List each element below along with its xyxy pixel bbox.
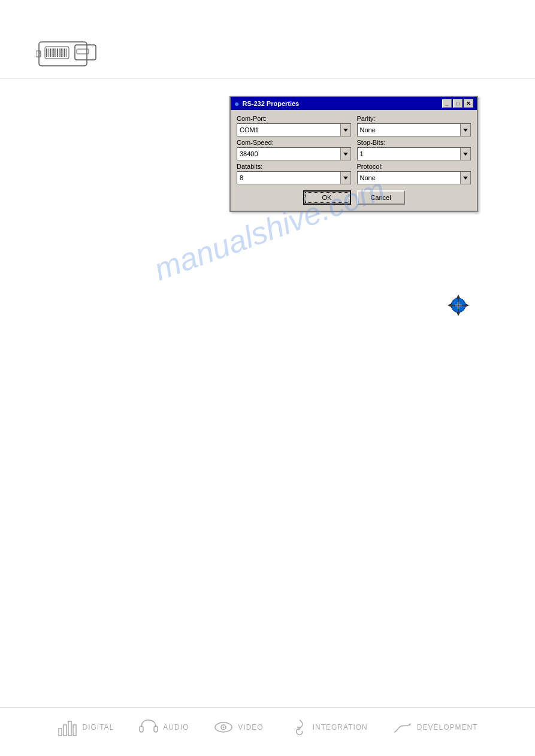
svg-rect-31 <box>68 721 71 736</box>
footer-item-integration: Integration <box>288 716 368 738</box>
svg-marker-23 <box>457 294 460 298</box>
audio-icon <box>138 716 159 738</box>
protocol-dropdown-btn[interactable] <box>460 172 470 184</box>
nav-icon-svg <box>446 293 470 317</box>
parity-value: None <box>358 126 461 133</box>
com-speed-value: 38400 <box>237 150 340 157</box>
dialog-body: Com-Port: COM1 Parity: None <box>231 110 477 211</box>
header-logo-area <box>36 36 114 72</box>
close-button[interactable]: ✕ <box>464 99 473 108</box>
dialog-title: ● RS-232 Properties <box>234 99 299 108</box>
com-port-arrow-icon <box>343 129 348 132</box>
form-row-3: Databits: 8 Protocol: None <box>237 163 471 184</box>
com-port-col: Com-Port: COM1 <box>237 115 351 136</box>
com-speed-arrow-icon <box>343 153 348 156</box>
svg-marker-26 <box>466 303 469 307</box>
databits-select[interactable]: 8 <box>237 171 351 184</box>
svg-marker-24 <box>457 312 460 316</box>
ok-button[interactable]: OK <box>303 190 351 205</box>
protocol-select[interactable]: None <box>357 171 471 184</box>
dialog-title-bullet: ● <box>234 99 239 108</box>
stop-bits-label: Stop-Bits: <box>357 139 471 146</box>
com-speed-dropdown-btn[interactable] <box>340 148 350 160</box>
databits-dropdown-btn[interactable] <box>340 172 350 184</box>
svg-rect-14 <box>75 45 96 60</box>
footer-label-audio: Audio <box>163 723 189 731</box>
rs232-dialog: ● RS-232 Properties _ □ ✕ Com-Port: COM1 <box>229 96 478 212</box>
development-icon <box>392 716 413 738</box>
svg-marker-25 <box>448 303 451 307</box>
maximize-button[interactable]: □ <box>453 99 463 108</box>
svg-point-37 <box>223 727 225 728</box>
header-logo <box>36 36 114 72</box>
form-row-1: Com-Port: COM1 Parity: None <box>237 115 471 136</box>
com-port-select[interactable]: COM1 <box>237 123 351 136</box>
parity-label: Parity: <box>357 115 471 122</box>
stop-bits-col: Stop-Bits: 1 <box>357 139 471 160</box>
databits-col: Databits: 8 <box>237 163 351 184</box>
databits-arrow-icon <box>343 177 348 180</box>
form-row-2: Com-Speed: 38400 Stop-Bits: 1 <box>237 139 471 160</box>
header-divider <box>0 78 535 78</box>
com-port-value: COM1 <box>237 126 340 133</box>
protocol-label: Protocol: <box>357 163 471 170</box>
dialog-controls: _ □ ✕ <box>442 99 473 108</box>
svg-rect-30 <box>64 725 67 736</box>
dialog-titlebar: ● RS-232 Properties _ □ ✕ <box>231 97 477 110</box>
footer-item-digital: Digital <box>58 716 114 738</box>
com-port-dropdown-btn[interactable] <box>340 124 350 136</box>
digital-icon <box>58 716 79 738</box>
com-port-label: Com-Port: <box>237 115 351 122</box>
dialog-title-label: RS-232 Properties <box>242 100 299 107</box>
navigation-icon <box>446 293 470 317</box>
parity-col: Parity: None <box>357 115 471 136</box>
footer-item-video: Video <box>213 716 263 738</box>
stop-bits-dropdown-btn[interactable] <box>460 148 470 160</box>
databits-label: Databits: <box>237 163 351 170</box>
stop-bits-arrow-icon <box>463 153 468 156</box>
com-speed-col: Com-Speed: 38400 <box>237 139 351 160</box>
protocol-col: Protocol: None <box>357 163 471 184</box>
parity-arrow-icon <box>463 129 468 132</box>
stop-bits-select[interactable]: 1 <box>357 147 471 160</box>
databits-value: 8 <box>237 174 340 181</box>
svg-rect-32 <box>73 725 76 736</box>
footer-label-development: Development <box>417 723 478 731</box>
footer-label-integration: Integration <box>313 723 368 731</box>
parity-dropdown-btn[interactable] <box>460 124 470 136</box>
minimize-button[interactable]: _ <box>442 99 452 108</box>
svg-rect-29 <box>59 728 62 736</box>
footer-item-audio: Audio <box>138 716 189 738</box>
footer: Digital Audio Video Integration <box>0 707 535 738</box>
footer-item-development: Development <box>392 716 478 738</box>
footer-label-digital: Digital <box>83 723 114 731</box>
protocol-arrow-icon <box>463 177 468 180</box>
protocol-value: None <box>358 174 461 181</box>
parity-select[interactable]: None <box>357 123 471 136</box>
stop-bits-value: 1 <box>358 150 461 157</box>
integration-icon <box>288 716 309 738</box>
cancel-button[interactable]: Cancel <box>357 190 405 205</box>
video-icon <box>213 716 234 738</box>
com-speed-label: Com-Speed: <box>237 139 351 146</box>
com-speed-select[interactable]: 38400 <box>237 147 351 160</box>
footer-label-video: Video <box>238 723 263 731</box>
dialog-buttons: OK Cancel <box>237 190 471 205</box>
